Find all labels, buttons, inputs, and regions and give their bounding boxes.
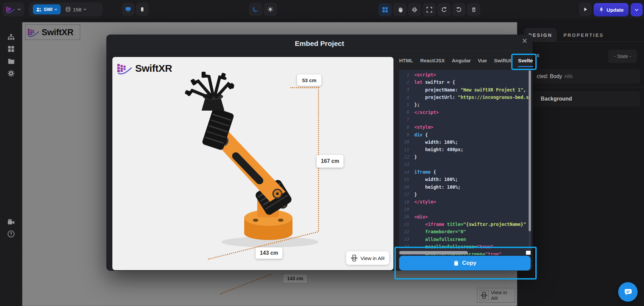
chat-widget-button[interactable]	[618, 282, 638, 302]
top-toolbar: SWI 158	[0, 0, 644, 19]
copy-button[interactable]: Copy	[399, 256, 531, 270]
code-panel[interactable]: 1<script>2let swiftxr = {3 projectName: …	[399, 70, 531, 255]
help-icon: ?	[7, 230, 15, 238]
code-line: 9div {	[399, 131, 531, 138]
robot-arm-model[interactable]	[112, 57, 393, 270]
sidebar-item-settings[interactable]	[6, 68, 16, 79]
workspace-selector[interactable]: SWI	[33, 4, 61, 14]
selected-element-id: #ifik	[565, 74, 573, 79]
code-line: 17}	[399, 191, 531, 198]
sun-icon	[267, 6, 273, 12]
selected-element-row[interactable]: cted: Body #ifik	[523, 69, 640, 84]
desktop-icon	[125, 7, 131, 12]
workspace-pill: SWI 158	[29, 2, 103, 16]
compress-icon	[412, 7, 418, 13]
code-line: 3 projectName: "New swiftXR Project 1",	[399, 86, 531, 94]
code-line: 16 height: 100%;	[399, 183, 531, 190]
rotate-cw-button[interactable]	[452, 3, 466, 16]
light-mode-button[interactable]	[264, 3, 277, 16]
desktop-view-button[interactable]	[122, 3, 135, 16]
chevron-down-icon	[635, 9, 639, 11]
preview-view-in-ar-button[interactable]: View in AR	[346, 251, 389, 265]
sidebar-item-hierarchy[interactable]	[6, 32, 16, 43]
mobile-view-button[interactable]	[136, 3, 149, 16]
modal-tab-vue[interactable]: Vue	[478, 58, 487, 67]
modal-close-button[interactable]: ×	[522, 37, 527, 46]
chevron-down-icon	[83, 8, 87, 10]
modal-tab-html[interactable]: HTML	[399, 58, 413, 67]
code-line: 7	[399, 116, 531, 123]
background-section[interactable]: Background	[523, 91, 640, 107]
code-line: 1<script>	[399, 71, 531, 78]
code-line: 10 width: 100%;	[399, 138, 531, 146]
compress-view-button[interactable]	[408, 3, 421, 16]
code-lines: 1<script>2let swiftxr = {3 projectName: …	[399, 70, 531, 255]
app-logo-menu[interactable]	[3, 2, 24, 16]
code-line: 2let swiftxr = {	[399, 78, 531, 86]
measure-label-right: 167 cm	[317, 155, 343, 168]
preview-play-button[interactable]	[579, 3, 592, 16]
code-line: 24 mozallowfullscreen="true"	[399, 243, 531, 250]
video-camera-icon	[7, 219, 15, 225]
fullscreen-button[interactable]	[423, 3, 436, 16]
stack-icon	[65, 7, 71, 12]
grid-icon	[8, 46, 14, 52]
play-icon	[583, 7, 588, 12]
sidebar-item-help[interactable]: ?	[6, 229, 16, 239]
gear-icon	[7, 70, 15, 77]
grid-icon	[382, 7, 388, 13]
modal-tab-react-jsx[interactable]: React/JSX	[420, 58, 445, 67]
update-button[interactable]: Update	[594, 3, 629, 16]
scene-counter-dropdown[interactable]: 158	[65, 7, 87, 12]
code-line: 19	[399, 205, 531, 213]
ar-phone-icon	[351, 254, 358, 262]
rotate-ccw-icon	[441, 7, 447, 13]
code-line: 18</style>	[399, 198, 531, 205]
swiftxr-logo-icon	[6, 6, 15, 13]
panel-partial-label: s	[537, 52, 539, 58]
code-line: 5};	[399, 101, 531, 108]
right-panel: DESIGN PROPERTIES s - State - cted: Body…	[518, 19, 644, 306]
modal-tab-swiftui[interactable]: SwiftUI	[494, 58, 511, 67]
code-scroll-corner	[526, 251, 531, 255]
sidebar-item-components[interactable]	[6, 44, 16, 54]
code-line: 13	[399, 161, 531, 168]
sidebar-item-assets[interactable]	[6, 56, 16, 66]
chevron-down-icon	[17, 8, 21, 10]
sidebar-item-camera[interactable]	[6, 217, 16, 227]
code-vscroll-thumb[interactable]	[529, 70, 531, 231]
grid-snap-button[interactable]	[378, 3, 392, 16]
people-icon	[36, 7, 42, 11]
code-line: 21 <iframe title="{swiftxr.projectName}"	[399, 221, 531, 228]
embed-preview-card: SwiftXR	[112, 57, 393, 270]
dark-mode-button[interactable]	[249, 3, 262, 16]
measure-line-top	[290, 87, 319, 88]
left-sidebar: ?	[0, 19, 22, 306]
modal-tab-angular[interactable]: Angular	[452, 58, 471, 67]
tab-properties[interactable]: PROPERTIES	[558, 28, 609, 42]
delete-button[interactable]	[467, 3, 480, 16]
modal-tab-svelte[interactable]: Svelte	[518, 58, 533, 67]
modal-tabs: HTMLReact/JSXAngularVueSwiftUISvelte	[399, 55, 533, 69]
preview-ar-label: View in AR	[361, 255, 385, 261]
code-line: 6</script>	[399, 108, 531, 116]
sitemap-icon	[7, 34, 15, 41]
code-line: 11 height: 480px;	[399, 146, 531, 153]
code-line: 15 width: 100%;	[399, 176, 531, 183]
fullscreen-icon	[426, 7, 432, 13]
modal-header-divider	[106, 51, 533, 51]
pan-tool-button[interactable]	[393, 3, 407, 16]
update-label: Update	[607, 7, 624, 13]
rotate-ccw-button[interactable]	[437, 3, 451, 16]
embed-project-modal: Embed Project × SwiftXR	[106, 35, 533, 271]
state-dropdown[interactable]: - State -	[608, 50, 637, 63]
clipboard-icon	[453, 260, 459, 266]
update-options-button[interactable]	[631, 3, 643, 16]
workspace-label: SWI	[44, 7, 52, 12]
chat-bubble-icon	[623, 287, 633, 297]
modal-title: Embed Project	[106, 40, 533, 48]
panel-divider	[518, 42, 644, 42]
svg-text:?: ?	[10, 232, 12, 236]
code-line: 12}	[399, 153, 531, 161]
code-hscroll-thumb[interactable]	[399, 251, 468, 254]
